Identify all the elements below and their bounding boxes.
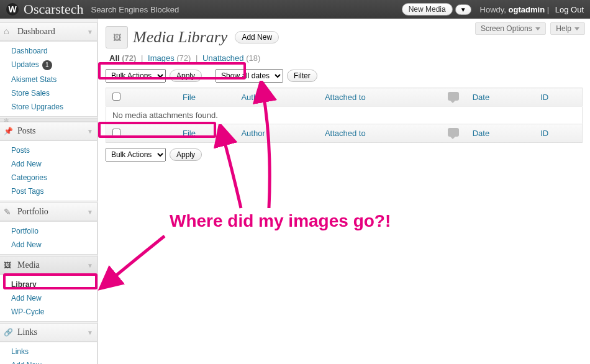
apply-button-bottom[interactable]: Apply [170, 148, 202, 161]
sidebar-item-posts-addnew[interactable]: Add New [0, 157, 97, 171]
wp-logo-icon: W [6, 3, 19, 16]
date-filter-select[interactable]: Show all dates [216, 69, 283, 83]
filter-images[interactable]: Images (72) [148, 53, 191, 63]
comments-icon[interactable] [448, 128, 459, 137]
annotation-text: Where did my images go?! [170, 211, 391, 231]
search-engines-blocked-label: Search Engines Blocked [91, 5, 179, 14]
comments-icon[interactable] [448, 92, 459, 101]
filter-unattached[interactable]: Unattached (18) [202, 53, 260, 63]
sidebar-item-portfolio[interactable]: Portfolio [0, 224, 97, 238]
portfolio-icon [4, 207, 14, 217]
sidebar-item-portfolio-addnew[interactable]: Add New [0, 238, 97, 252]
chevron-down-icon [535, 27, 540, 30]
page-title: Media Library [133, 28, 227, 47]
links-icon [4, 327, 14, 337]
bulk-actions-select-bottom[interactable]: Bulk Actions [106, 148, 166, 162]
sidebar-item-wp-cycle[interactable]: WP-Cycle [0, 305, 97, 319]
help-button[interactable]: Help [550, 22, 585, 35]
sidebar-item-media-addnew[interactable]: Add New [0, 291, 97, 305]
bulk-actions-select[interactable]: Bulk Actions [106, 69, 166, 83]
sidebar-item-links[interactable]: Links [0, 345, 97, 358]
menu-head-dashboard[interactable]: Dashboard▼ [0, 22, 98, 41]
sidebar-item-akismet[interactable]: Akismet Stats [0, 73, 97, 86]
add-new-button[interactable]: Add New [235, 31, 279, 43]
new-media-button[interactable]: New Media [402, 3, 453, 16]
site-title[interactable]: Oscarstech [24, 1, 84, 17]
menu-head-links[interactable]: Links▼ [0, 323, 98, 342]
filter-button[interactable]: Filter [287, 70, 317, 82]
logout-link[interactable]: Log Out [555, 5, 584, 14]
greeting: Howdy, ogtadmin | Log Out [480, 5, 584, 14]
col-id[interactable]: ID [534, 88, 582, 107]
new-media-dropdown[interactable]: ▼ [455, 4, 471, 15]
screen-options-button[interactable]: Screen Options [475, 22, 546, 35]
sidebar-item-links-addnew[interactable]: Add New [0, 358, 97, 364]
col-author[interactable]: Author [235, 88, 318, 107]
sidebar-item-categories[interactable]: Categories [0, 171, 97, 184]
sidebar-item-post-tags[interactable]: Post Tags [0, 184, 97, 198]
howdy-label: Howdy, [480, 5, 506, 14]
admin-bar: W Oscarstech Search Engines Blocked New … [0, 0, 590, 19]
media-table: File Author Attached to Date ID No media… [106, 88, 583, 143]
col-attached[interactable]: Attached to [319, 88, 442, 107]
media-icon [4, 260, 14, 270]
chevron-down-icon [574, 27, 579, 30]
content-area: Screen Options Help 🖼 Media Library Add … [98, 19, 590, 364]
sidebar-item-library[interactable]: Library [0, 278, 97, 291]
sidebar-item-updates[interactable]: Updates1 [0, 58, 97, 73]
select-all-top[interactable] [112, 93, 120, 101]
apply-button-top[interactable]: Apply [170, 70, 202, 82]
menu-head-portfolio[interactable]: Portfolio▼ [0, 202, 98, 221]
menu-head-posts[interactable]: Posts▼ [0, 122, 98, 140]
col-date[interactable]: Date [466, 88, 534, 107]
menu-head-media[interactable]: Media▼ [0, 256, 98, 275]
sidebar-item-dashboard[interactable]: Dashboard [0, 44, 97, 58]
pin-icon [4, 126, 14, 136]
page-heading-icon: 🖼 [106, 26, 128, 48]
sidebar-item-store-upgrades[interactable]: Store Upgrades [0, 100, 97, 114]
current-user[interactable]: ogtadmin [509, 5, 545, 14]
dashboard-icon [4, 27, 14, 37]
admin-sidebar: Dashboard▼ Dashboard Updates1 Akismet St… [0, 19, 98, 364]
updates-badge: 1 [42, 60, 52, 70]
sidebar-item-posts[interactable]: Posts [0, 143, 97, 157]
col-file[interactable]: File [176, 88, 235, 107]
filter-all[interactable]: All (72) [109, 53, 136, 63]
select-all-bottom[interactable] [112, 129, 120, 137]
no-items-row: No media attachments found. [106, 107, 583, 124]
sidebar-item-store-sales[interactable]: Store Sales [0, 86, 97, 100]
media-filters: All (72) | Images (72) | Unattached (18) [106, 52, 583, 64]
